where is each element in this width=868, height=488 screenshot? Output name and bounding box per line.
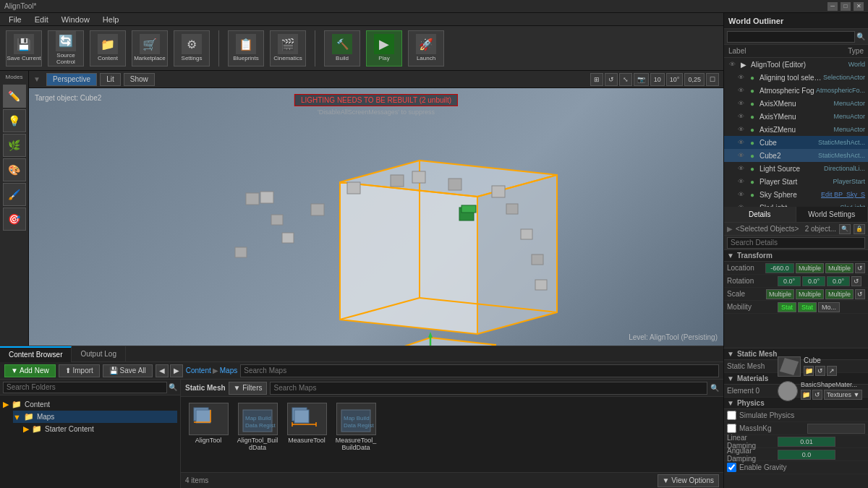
outliner-item-cube2[interactable]: 👁 ● Cube2 StaticMeshAct... (724, 149, 868, 162)
launch-button[interactable]: 🚀 Launch (408, 30, 444, 67)
marketplace-button[interactable]: 🛒 Marketplace (132, 30, 168, 67)
details-search-icon-btn[interactable]: 🔍 (839, 224, 851, 234)
mode-landscape-button[interactable]: 🌿 (3, 134, 26, 157)
mob-stat1-btn[interactable]: Stat (778, 302, 796, 312)
enable-gravity-checkbox[interactable] (727, 463, 736, 472)
path-content[interactable]: Content (186, 367, 211, 374)
transform-section[interactable]: ▼ Transform (724, 250, 868, 262)
details-lock-btn[interactable]: 🔒 (854, 224, 865, 234)
outliner-item-axis-x[interactable]: 👁 ● AxisXMenu MenuActor (724, 97, 868, 110)
cb-item-measuretool-builddata[interactable]: Map Build Data Registry MeasureTool_Buil… (334, 403, 378, 451)
outliner-item-atm-fog[interactable]: 👁 ● Atmospheric Fog AtmosphericFo... (724, 84, 868, 97)
masskg-checkbox[interactable] (727, 424, 736, 433)
angular-damping-input[interactable] (778, 450, 835, 460)
textures-dropdown-btn[interactable]: Textures ▼ (824, 390, 862, 400)
perspective-button[interactable]: Perspective (46, 73, 97, 86)
outliner-item-aligntool-editor[interactable]: 👁 ▶ AlignTool (Editor) World (724, 58, 868, 71)
build-button[interactable]: 🔨 Build (324, 30, 360, 67)
menu-window[interactable]: Window (56, 14, 95, 25)
location-multiple2-btn[interactable]: Multiple (825, 263, 854, 273)
sm-expand-btn[interactable]: ↗ (827, 366, 837, 376)
camera-speed-control[interactable]: 📷 (634, 73, 649, 86)
elem0-browse-btn[interactable]: 📁 (801, 390, 811, 400)
location-reset-btn[interactable]: ↺ (855, 263, 865, 273)
outliner-item-cube[interactable]: 👁 ● Cube StaticMeshAct... (724, 136, 868, 149)
linear-damping-input[interactable] (778, 437, 835, 447)
save-current-button[interactable]: 💾 Save Current (6, 30, 42, 67)
rotation-reset-btn[interactable]: ↺ (851, 276, 861, 286)
cb-item-aligntool-builddata[interactable]: Map Build Data Registry AlignTool_BuildD… (236, 403, 279, 451)
cb-view-options-button[interactable]: ▼ View Options (658, 474, 719, 487)
outliner-item-axis-z[interactable]: 👁 ● AxisZMenu MenuActor (724, 123, 868, 136)
tree-item-starter[interactable]: ▶ 📁 Starter Content (23, 423, 177, 435)
tab-output-log[interactable]: Output Log (72, 346, 125, 362)
cb-folder-search-input[interactable] (3, 382, 167, 393)
tab-world-settings[interactable]: World Settings (796, 207, 869, 222)
translate-value[interactable]: 10 (650, 73, 665, 86)
mode-geometry-button[interactable]: 🎯 (3, 207, 26, 231)
close-button[interactable]: ✕ (854, 2, 864, 11)
item-type-link[interactable]: Edit BP_Sky_S (821, 191, 865, 198)
menu-file[interactable]: File (3, 14, 27, 25)
masskg-input[interactable] (807, 424, 865, 434)
translate-control[interactable]: ⊞ (590, 73, 603, 86)
scale-m3-btn[interactable]: Multiple (825, 289, 854, 299)
mob-stat2-btn[interactable]: Stat (798, 302, 817, 312)
outliner-item-light[interactable]: 👁 ● Light Source DirectionalLi... (724, 162, 868, 175)
mode-paint-button[interactable]: 💡 (3, 109, 26, 132)
sm-browse-btn[interactable]: 📁 (804, 366, 814, 376)
location-x-input[interactable] (765, 263, 794, 273)
outliner-item-player-start[interactable]: 👁 ● Player Start PlayerStart (724, 175, 868, 188)
show-button[interactable]: Show (124, 73, 155, 86)
nav-back-button[interactable]: ◀ (156, 364, 169, 377)
outliner-item-selection-actor[interactable]: 👁 ● Aligning tool selector SelectionActo… (724, 71, 868, 84)
filters-button[interactable]: ▼ Filters (229, 382, 268, 395)
scale-m2-btn[interactable]: Multiple (796, 289, 824, 299)
cb-item-aligntool[interactable]: AlignTool (187, 403, 230, 451)
play-button[interactable]: ▶ Play (366, 30, 402, 67)
outliner-item-sky-sphere[interactable]: 👁 ● Sky Sphere Edit BP_Sky_S (724, 188, 868, 201)
scale-value[interactable]: 0,25 (684, 73, 705, 86)
scale-control[interactable]: ⤡ (619, 73, 632, 86)
cb-item-measuretool[interactable]: MeasureTool (285, 403, 328, 451)
right-search-input[interactable] (270, 382, 707, 395)
menu-help[interactable]: Help (97, 14, 125, 25)
location-multiple1-btn[interactable]: Multiple (796, 263, 824, 273)
menu-edit[interactable]: Edit (29, 14, 54, 25)
simulate-physics-checkbox[interactable] (727, 411, 736, 420)
rotation-x-input[interactable] (778, 276, 801, 286)
mode-foliage-button[interactable]: 🎨 (3, 158, 26, 181)
nav-forward-button[interactable]: ▶ (170, 364, 183, 377)
scale-m1-btn[interactable]: Multiple (766, 289, 794, 299)
sm-reset-btn[interactable]: ↺ (815, 366, 825, 376)
save-all-button[interactable]: 💾 Save All (103, 364, 153, 377)
source-control-button[interactable]: 🔄 Source Control (48, 30, 84, 67)
viewport-toggle[interactable]: ▼ (33, 75, 41, 83)
outliner-item-axis-y[interactable]: 👁 ● AxisYMenu MenuActor (724, 110, 868, 123)
settings-button[interactable]: ⚙ Settings (174, 30, 210, 67)
maximize-button[interactable]: □ (841, 2, 851, 11)
rotate-control[interactable]: ↺ (605, 73, 618, 86)
elem0-reset-btn[interactable]: ↺ (812, 390, 822, 400)
content-button[interactable]: 📁 Content (90, 30, 126, 67)
tab-content-browser[interactable]: Content Browser (0, 346, 72, 362)
lit-button[interactable]: Lit (100, 73, 121, 86)
cb-search-input[interactable] (240, 364, 719, 377)
tree-item-content[interactable]: ▶ 📁 Content (3, 398, 177, 411)
minimize-button[interactable]: ─ (827, 2, 838, 11)
import-button[interactable]: ⬆ Import (59, 364, 100, 377)
rotation-z-input[interactable] (827, 276, 850, 286)
scale-reset-btn[interactable]: ↺ (855, 289, 865, 299)
mode-brush-button[interactable]: 🖌️ (3, 183, 26, 206)
cinematics-button[interactable]: 🎬 Cinematics (270, 30, 306, 67)
add-new-button[interactable]: ▼ Add New (4, 364, 56, 377)
viewport-canvas[interactable]: LIGHTING NEEDS TO BE REBUILT (2 unbuilt)… (29, 88, 723, 346)
mode-select-button[interactable]: ✏️ (3, 85, 26, 108)
mob-mov-btn[interactable]: Mo... (818, 302, 840, 312)
cb-search-icon[interactable]: 🔍 (710, 384, 719, 392)
path-maps[interactable]: Maps (220, 367, 237, 374)
tree-item-maps[interactable]: ▼ 📁 Maps (13, 411, 177, 423)
blueprints-button[interactable]: 📋 Blueprints (228, 30, 264, 67)
details-search-input[interactable] (727, 237, 865, 249)
rotation-y-input[interactable] (802, 276, 825, 286)
